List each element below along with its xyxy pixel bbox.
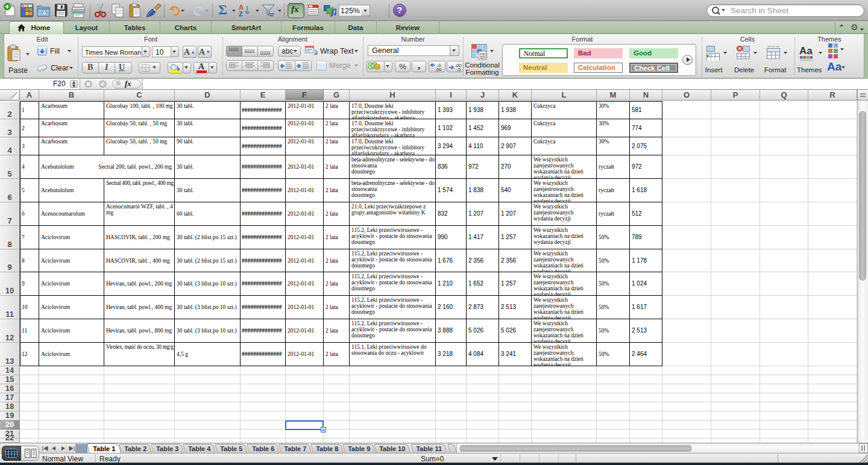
- svg-text:Aa: Aa: [799, 45, 813, 57]
- svg-text:?: ?: [397, 5, 403, 15]
- svg-text:Z: Z: [239, 10, 243, 17]
